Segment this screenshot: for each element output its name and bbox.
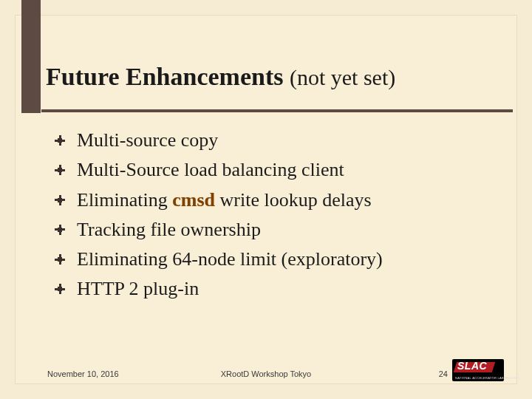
title-underline: [15, 109, 517, 114]
list-item: Multi-Source load balancing client: [55, 155, 502, 185]
accent-stripe: [21, 0, 41, 113]
code-keyword: cmsd: [172, 189, 215, 211]
slide-title: Future Enhancements (not yet set): [46, 63, 513, 90]
bullet-text: Multi-source copy: [77, 129, 218, 151]
list-item: HTTP 2 plug-in: [55, 274, 502, 304]
bullet-text: Eliminating 64-node limit (exploratory): [77, 248, 383, 270]
list-item: Tracking file ownership: [55, 215, 502, 245]
logo-text: SLAC: [457, 360, 487, 372]
logo-subtext: NATIONAL ACCELERATOR LABORATORY: [455, 376, 519, 380]
bullet-text-tail: write lookup delays: [215, 189, 372, 211]
slac-logo: SLAC NATIONAL ACCELERATOR LABORATORY: [452, 359, 504, 381]
title-annotation: (not yet set): [290, 65, 395, 89]
bullet-text: Eliminating: [77, 189, 172, 211]
list-item: Eliminating cmsd write lookup delays: [55, 185, 502, 215]
slide-footer: November 10, 2016 XRootD Workshop Tokyo …: [15, 355, 517, 384]
list-item: Eliminating 64-node limit (exploratory): [55, 245, 502, 274]
bullet-text: HTTP 2 plug-in: [77, 278, 199, 299]
bullet-text: Tracking file ownership: [77, 219, 261, 240]
list-item: Multi-source copy: [55, 126, 502, 155]
bullet-text: Multi-Source load balancing client: [77, 159, 344, 180]
title-main: Future Enhancements: [46, 63, 283, 90]
footer-page-number: 24: [439, 369, 448, 378]
bullet-list: Multi-source copy Multi-Source load bala…: [55, 126, 502, 304]
